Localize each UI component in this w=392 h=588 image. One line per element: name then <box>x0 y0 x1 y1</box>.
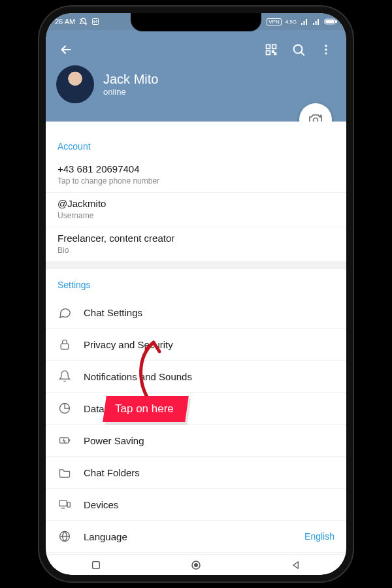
globe-icon <box>57 529 72 544</box>
battery-charge-icon <box>57 433 72 448</box>
row-label: Privacy and Security <box>84 339 335 350</box>
svg-point-11 <box>325 45 327 47</box>
row-notifications[interactable]: Notifications and Sounds <box>46 361 346 393</box>
signal-icon <box>301 18 308 25</box>
phone-value: +43 681 20697404 <box>57 163 335 174</box>
qr-icon[interactable] <box>257 36 285 63</box>
username-sub: Username <box>57 211 335 220</box>
svg-rect-21 <box>92 561 99 568</box>
phone-field[interactable]: +43 681 20697404 Tap to change phone num… <box>46 158 346 193</box>
svg-rect-17 <box>60 438 69 443</box>
profile-name: Jack Mito <box>103 72 158 87</box>
mute-icon <box>79 18 88 26</box>
username-field[interactable]: @Jackmito Username <box>46 193 346 227</box>
status-time: 26 AM <box>55 18 75 25</box>
chat-icon <box>57 305 72 319</box>
row-value: English <box>304 531 335 542</box>
svg-rect-19 <box>67 502 70 508</box>
lock-icon <box>57 337 72 351</box>
nav-home[interactable] <box>189 559 203 572</box>
svg-point-13 <box>325 52 327 54</box>
svg-rect-6 <box>272 45 276 49</box>
search-icon[interactable] <box>285 36 312 63</box>
net-label: 4.5G <box>286 19 297 25</box>
section-settings: Settings <box>46 269 346 297</box>
content-scroll[interactable]: Account +43 681 20697404 Tap to change p… <box>46 122 346 554</box>
back-button[interactable] <box>52 36 80 63</box>
row-label: Data and Storage <box>84 403 335 414</box>
svg-point-23 <box>195 563 198 566</box>
svg-rect-7 <box>267 51 270 55</box>
row-devices[interactable]: Devices <box>46 489 346 521</box>
svg-point-12 <box>325 48 327 50</box>
row-label: Devices <box>84 499 335 510</box>
pie-icon <box>57 401 72 416</box>
avatar[interactable] <box>56 65 94 103</box>
row-privacy[interactable]: Privacy and Security <box>46 329 346 361</box>
nfc-icon <box>91 18 99 25</box>
bio-value: Freelancer, content creator <box>57 233 335 244</box>
row-language[interactable]: Language English <box>46 521 346 553</box>
row-label: Notifications and Sounds <box>84 371 335 382</box>
battery-icon <box>324 18 337 25</box>
row-label: Chat Settings <box>84 307 335 318</box>
bio-sub: Bio <box>57 246 335 255</box>
row-chat-settings[interactable]: Chat Settings <box>46 297 346 329</box>
folder-icon <box>57 465 72 480</box>
signal-icon-2 <box>312 18 320 25</box>
username-value: @Jackmito <box>57 198 335 209</box>
phone-sub: Tap to change phone number <box>57 176 335 186</box>
devices-icon <box>57 497 72 512</box>
row-power-saving[interactable]: Power Saving <box>46 425 346 457</box>
svg-rect-15 <box>61 344 69 349</box>
svg-rect-5 <box>267 45 270 49</box>
phone-frame: 26 AM VPN 4.5G <box>39 7 353 581</box>
svg-point-10 <box>294 45 302 54</box>
row-label: Language <box>84 531 293 542</box>
bell-icon <box>57 369 72 384</box>
android-navbar <box>46 554 346 575</box>
row-chat-folders[interactable]: Chat Folders <box>46 457 346 489</box>
row-label: Power Saving <box>84 435 335 446</box>
profile-header: Jack Mito online <box>46 30 346 122</box>
screen: 26 AM VPN 4.5G <box>46 13 346 575</box>
phone-notch <box>131 13 261 31</box>
svg-rect-3 <box>336 20 337 22</box>
nav-back[interactable] <box>289 559 302 572</box>
vpn-badge: VPN <box>267 18 281 25</box>
section-account: Account <box>46 122 346 158</box>
svg-rect-4 <box>325 20 334 24</box>
svg-rect-8 <box>272 51 274 53</box>
nav-recent[interactable] <box>90 559 103 572</box>
bio-field[interactable]: Freelancer, content creator Bio <box>46 227 346 261</box>
row-data-storage[interactable]: Data and Storage <box>46 393 346 425</box>
section-divider <box>46 261 346 269</box>
svg-rect-18 <box>59 500 67 506</box>
profile-status: online <box>103 87 158 97</box>
row-label: Chat Folders <box>84 467 335 478</box>
svg-rect-9 <box>274 53 276 55</box>
more-icon[interactable] <box>312 36 340 63</box>
